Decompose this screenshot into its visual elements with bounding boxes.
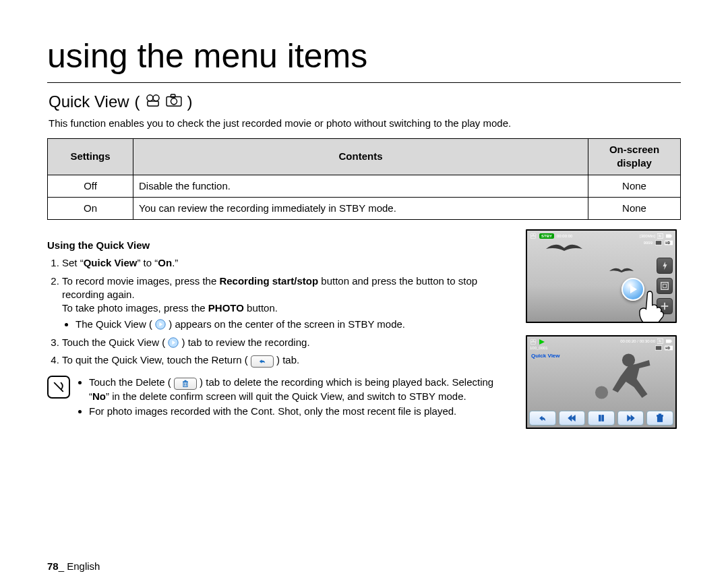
section-title: Quick View	[49, 91, 129, 113]
open-paren: (	[135, 91, 140, 113]
rec-time: 00:00:00	[557, 233, 572, 239]
svg-rect-35	[531, 342, 536, 345]
svg-text:IN: IN	[658, 234, 661, 238]
delete-button	[646, 411, 673, 426]
svg-text:IN: IN	[658, 339, 661, 343]
svg-point-0	[147, 94, 153, 100]
screenshot-stby: STBY 00:00:00 [300Min] IN 9999 HD	[526, 229, 677, 323]
step-1: Set “Quick View” to “On.”	[62, 256, 514, 270]
touch-hand-icon	[635, 288, 672, 323]
svg-marker-45	[568, 415, 572, 421]
quickview-play-icon	[168, 337, 179, 348]
mode-icon	[530, 233, 537, 239]
svg-point-32	[595, 386, 608, 399]
resolution-icon	[655, 345, 662, 351]
hd-icon: HD	[665, 240, 673, 245]
cell-content: Disable the function.	[133, 175, 588, 197]
bird-graphic	[608, 263, 635, 279]
return-button	[529, 411, 556, 426]
using-heading: Using the Quick View	[47, 239, 514, 252]
svg-marker-46	[572, 415, 575, 421]
cell-osd: None	[588, 197, 681, 219]
movie-mode-icon	[146, 91, 160, 113]
options-table: Settings Contents On-screen display Off …	[47, 138, 681, 220]
svg-rect-2	[147, 100, 158, 105]
play-indicator-icon	[539, 339, 545, 345]
svg-point-16	[530, 233, 533, 236]
photo-count: 9999	[644, 240, 653, 245]
svg-rect-48	[602, 415, 604, 421]
close-paren: )	[187, 91, 193, 113]
svg-marker-50	[631, 415, 634, 421]
playback-time: 00:00:20 / 00:30:00	[620, 339, 655, 345]
svg-rect-42	[656, 346, 662, 350]
svg-rect-39	[666, 340, 671, 343]
battery-icon	[666, 339, 673, 344]
page-number: 78	[47, 560, 59, 572]
flash-tool	[657, 258, 673, 274]
section-description: This function enables you to check the j…	[49, 117, 681, 130]
step-4: To quit the Quick View, touch the Return…	[62, 353, 514, 368]
svg-rect-53	[659, 414, 661, 415]
svg-rect-11	[183, 381, 188, 382]
file-number: 100_0001	[530, 345, 548, 351]
hd-icon: HD	[665, 345, 673, 351]
remain-time: [300Min]	[640, 233, 655, 239]
section-title-row: Quick View ( )	[49, 91, 681, 113]
svg-marker-49	[627, 415, 630, 421]
svg-rect-4	[171, 94, 175, 97]
svg-rect-12	[184, 380, 186, 382]
th-contents: Contents	[133, 139, 588, 175]
player-figure	[588, 347, 659, 401]
storage-icon: IN	[657, 339, 664, 344]
cell-osd: None	[588, 175, 681, 197]
instructions-column: Using the Quick View Set “Quick View” to…	[47, 229, 514, 441]
storage-icon: IN	[657, 233, 664, 239]
svg-text:HD: HD	[665, 347, 670, 350]
note-1: Touch the Delete ( ) tab to delete the r…	[89, 376, 514, 403]
pause-button	[588, 411, 615, 426]
th-settings: Settings	[48, 139, 133, 175]
note-block: Touch the Delete ( ) tab to delete the r…	[47, 374, 514, 420]
svg-rect-22	[671, 235, 672, 237]
step-2: To record movie images, press the Record…	[62, 274, 514, 332]
cell-setting: Off	[48, 175, 133, 197]
page-language: English	[67, 560, 100, 572]
delete-icon	[174, 378, 197, 390]
page-footer: 78_ English	[47, 560, 100, 573]
svg-rect-51	[658, 417, 663, 422]
cell-content: You can review the recording immediately…	[133, 197, 588, 219]
svg-point-17	[533, 233, 536, 236]
manual-page: using the menu items Quick View ( ) This…	[0, 0, 728, 584]
svg-point-5	[171, 98, 177, 104]
table-row: Off Disable the function. None	[48, 175, 681, 197]
bird-graphic	[541, 241, 588, 257]
svg-rect-28	[663, 285, 666, 288]
photo-mode-icon	[166, 91, 182, 113]
playback-toolbar	[529, 411, 673, 426]
svg-rect-40	[671, 341, 672, 343]
note-list: Touch the Delete ( ) tab to delete the r…	[77, 374, 514, 420]
th-osd: On-screen display	[588, 139, 681, 175]
table-row: On You can review the recording immediat…	[48, 197, 681, 219]
quickview-label: Quick View	[531, 353, 560, 360]
svg-rect-47	[599, 415, 601, 421]
svg-rect-21	[666, 235, 671, 238]
quickview-play-icon	[155, 319, 166, 330]
return-icon	[251, 355, 274, 368]
svg-marker-36	[539, 339, 545, 345]
screenshots-column: STBY 00:00:00 [300Min] IN 9999 HD	[526, 229, 681, 441]
battery-icon	[666, 233, 673, 239]
chapter-title: using the menu items	[47, 34, 681, 83]
cell-setting: On	[48, 197, 133, 219]
stby-indicator: STBY	[539, 233, 554, 239]
note-icon	[47, 376, 70, 399]
svg-point-33	[530, 339, 533, 342]
step-2-bullet: The Quick View ( ) appears on the center…	[75, 318, 514, 331]
svg-point-1	[153, 94, 159, 100]
note-2: For photo images recorded with the Cont.…	[89, 405, 514, 418]
mode-icon	[530, 339, 537, 345]
svg-text:HD: HD	[665, 241, 670, 245]
svg-rect-24	[656, 241, 662, 245]
screenshot-playback: 00:00:20 / 00:30:00 IN 100_0001 HD Quick…	[526, 335, 677, 429]
